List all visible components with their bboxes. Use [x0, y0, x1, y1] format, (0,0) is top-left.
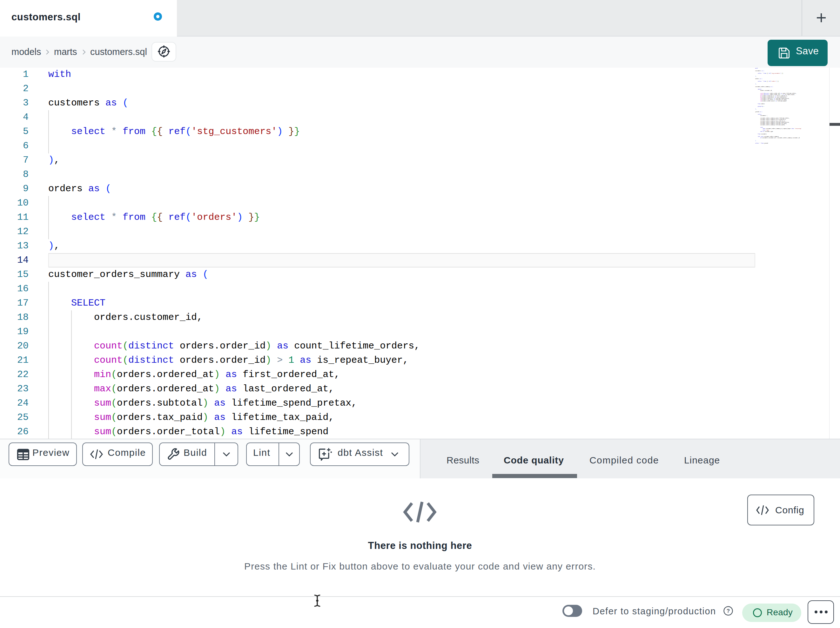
svg-text:?: ?	[726, 608, 730, 614]
